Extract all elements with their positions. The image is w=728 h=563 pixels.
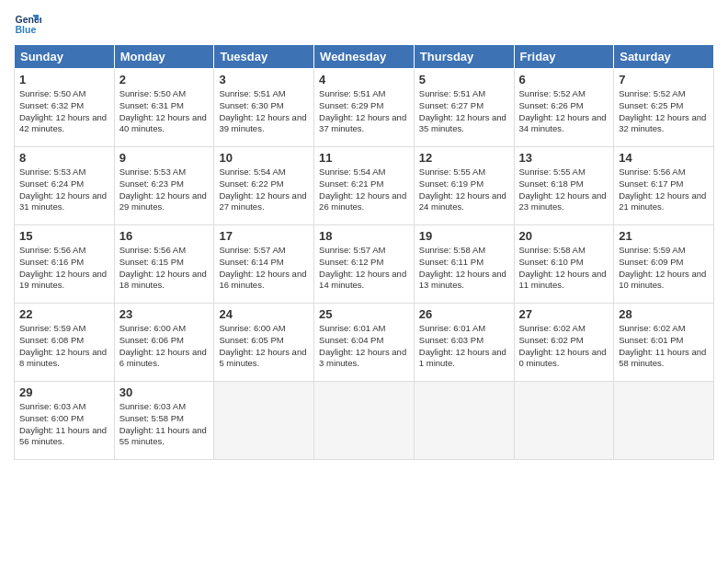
calendar-cell <box>414 382 514 460</box>
calendar-cell: 10 Sunrise: 5:54 AMSunset: 6:22 PMDaylig… <box>214 147 314 225</box>
day-info: Sunrise: 5:52 AMSunset: 6:25 PMDaylight:… <box>619 88 709 135</box>
calendar-cell: 5 Sunrise: 5:51 AMSunset: 6:27 PMDayligh… <box>414 69 514 147</box>
calendar-cell <box>514 382 614 460</box>
svg-text:Blue: Blue <box>16 24 37 35</box>
day-info: Sunrise: 6:01 AMSunset: 6:04 PMDaylight:… <box>319 323 409 370</box>
day-number: 12 <box>419 151 509 165</box>
day-number: 22 <box>19 307 109 321</box>
calendar-container: General Blue SundayMondayTuesdayWednesda… <box>0 0 728 469</box>
week-row-4: 22 Sunrise: 5:59 AMSunset: 6:08 PMDaylig… <box>15 304 714 382</box>
day-info: Sunrise: 5:50 AMSunset: 6:32 PMDaylight:… <box>19 88 109 135</box>
calendar-cell <box>214 382 314 460</box>
day-number: 30 <box>119 385 210 399</box>
calendar-cell: 9 Sunrise: 5:53 AMSunset: 6:23 PMDayligh… <box>114 147 214 225</box>
calendar-cell: 21 Sunrise: 5:59 AMSunset: 6:09 PMDaylig… <box>614 225 714 304</box>
day-info: Sunrise: 5:53 AMSunset: 6:24 PMDaylight:… <box>19 167 109 213</box>
day-info: Sunrise: 5:54 AMSunset: 6:22 PMDaylight:… <box>219 167 309 213</box>
calendar-cell: 19 Sunrise: 5:58 AMSunset: 6:11 PMDaylig… <box>414 225 514 304</box>
day-info: Sunrise: 6:03 AMSunset: 6:00 PMDaylight:… <box>19 401 109 448</box>
day-number: 24 <box>219 307 309 321</box>
day-headers: SundayMondayTuesdayWednesdayThursdayFrid… <box>15 45 714 69</box>
calendar-cell: 30 Sunrise: 6:03 AMSunset: 5:58 PMDaylig… <box>114 382 214 460</box>
day-number: 10 <box>219 151 309 165</box>
day-number: 14 <box>619 151 709 165</box>
day-info: Sunrise: 6:03 AMSunset: 5:58 PMDaylight:… <box>119 401 210 448</box>
calendar-cell: 29 Sunrise: 6:03 AMSunset: 6:00 PMDaylig… <box>15 382 115 460</box>
day-number: 6 <box>519 73 609 86</box>
day-info: Sunrise: 5:56 AMSunset: 6:17 PMDaylight:… <box>619 167 709 213</box>
logo-icon: General Blue <box>14 9 41 37</box>
calendar-cell: 25 Sunrise: 6:01 AMSunset: 6:04 PMDaylig… <box>314 304 415 382</box>
week-row-1: 1 Sunrise: 5:50 AMSunset: 6:32 PMDayligh… <box>15 69 714 147</box>
calendar-cell: 20 Sunrise: 5:58 AMSunset: 6:10 PMDaylig… <box>514 225 614 304</box>
day-number: 7 <box>619 73 709 86</box>
calendar-cell: 26 Sunrise: 6:01 AMSunset: 6:03 PMDaylig… <box>414 304 514 382</box>
day-number: 5 <box>419 73 509 86</box>
calendar-cell: 12 Sunrise: 5:55 AMSunset: 6:19 PMDaylig… <box>414 147 514 225</box>
day-number: 13 <box>519 151 609 165</box>
day-info: Sunrise: 6:02 AMSunset: 6:02 PMDaylight:… <box>519 323 609 370</box>
day-info: Sunrise: 6:00 AMSunset: 6:05 PMDaylight:… <box>219 323 309 370</box>
day-number: 15 <box>19 229 109 243</box>
day-number: 27 <box>519 307 609 321</box>
calendar-cell: 14 Sunrise: 5:56 AMSunset: 6:17 PMDaylig… <box>614 147 714 225</box>
day-info: Sunrise: 5:51 AMSunset: 6:27 PMDaylight:… <box>419 88 509 135</box>
day-info: Sunrise: 5:52 AMSunset: 6:26 PMDaylight:… <box>519 88 609 135</box>
day-info: Sunrise: 5:53 AMSunset: 6:23 PMDaylight:… <box>119 167 210 213</box>
week-row-5: 29 Sunrise: 6:03 AMSunset: 6:00 PMDaylig… <box>15 382 714 460</box>
calendar-cell: 17 Sunrise: 5:57 AMSunset: 6:14 PMDaylig… <box>214 225 314 304</box>
day-number: 19 <box>419 229 509 243</box>
calendar-cell: 13 Sunrise: 5:55 AMSunset: 6:18 PMDaylig… <box>514 147 614 225</box>
day-info: Sunrise: 5:54 AMSunset: 6:21 PMDaylight:… <box>319 167 409 213</box>
day-info: Sunrise: 5:50 AMSunset: 6:31 PMDaylight:… <box>119 88 210 135</box>
day-info: Sunrise: 5:57 AMSunset: 6:12 PMDaylight:… <box>319 245 409 292</box>
day-number: 3 <box>219 73 309 86</box>
calendar-cell: 28 Sunrise: 6:02 AMSunset: 6:01 PMDaylig… <box>614 304 714 382</box>
calendar-cell: 18 Sunrise: 5:57 AMSunset: 6:12 PMDaylig… <box>314 225 415 304</box>
day-number: 16 <box>119 229 210 243</box>
day-number: 1 <box>19 73 109 86</box>
calendar-cell: 2 Sunrise: 5:50 AMSunset: 6:31 PMDayligh… <box>114 69 214 147</box>
calendar-cell: 3 Sunrise: 5:51 AMSunset: 6:30 PMDayligh… <box>214 69 314 147</box>
day-number: 23 <box>119 307 210 321</box>
day-info: Sunrise: 5:58 AMSunset: 6:11 PMDaylight:… <box>419 245 509 292</box>
calendar-cell: 22 Sunrise: 5:59 AMSunset: 6:08 PMDaylig… <box>15 304 115 382</box>
calendar-cell: 15 Sunrise: 5:56 AMSunset: 6:16 PMDaylig… <box>15 225 115 304</box>
calendar-cell: 27 Sunrise: 6:02 AMSunset: 6:02 PMDaylig… <box>514 304 614 382</box>
day-info: Sunrise: 5:59 AMSunset: 6:08 PMDaylight:… <box>19 323 109 370</box>
day-number: 17 <box>219 229 309 243</box>
day-info: Sunrise: 5:51 AMSunset: 6:29 PMDaylight:… <box>319 88 409 135</box>
day-number: 2 <box>119 73 210 86</box>
day-header-tuesday: Tuesday <box>214 45 314 69</box>
day-number: 25 <box>319 307 409 321</box>
day-info: Sunrise: 5:58 AMSunset: 6:10 PMDaylight:… <box>519 245 609 292</box>
calendar-table: SundayMondayTuesdayWednesdayThursdayFrid… <box>14 44 714 460</box>
day-header-sunday: Sunday <box>15 45 115 69</box>
day-number: 9 <box>119 151 210 165</box>
day-header-thursday: Thursday <box>414 45 514 69</box>
day-number: 21 <box>619 229 709 243</box>
calendar-cell: 4 Sunrise: 5:51 AMSunset: 6:29 PMDayligh… <box>314 69 415 147</box>
logo: General Blue <box>14 9 45 37</box>
calendar-cell: 23 Sunrise: 6:00 AMSunset: 6:06 PMDaylig… <box>114 304 214 382</box>
day-number: 26 <box>419 307 509 321</box>
day-header-friday: Friday <box>514 45 614 69</box>
day-info: Sunrise: 5:56 AMSunset: 6:16 PMDaylight:… <box>19 245 109 292</box>
calendar-cell: 11 Sunrise: 5:54 AMSunset: 6:21 PMDaylig… <box>314 147 415 225</box>
header: General Blue <box>14 9 714 37</box>
day-number: 28 <box>619 307 709 321</box>
calendar-cell: 24 Sunrise: 6:00 AMSunset: 6:05 PMDaylig… <box>214 304 314 382</box>
day-number: 20 <box>519 229 609 243</box>
day-number: 4 <box>319 73 409 86</box>
day-number: 11 <box>319 151 409 165</box>
day-number: 29 <box>19 385 109 399</box>
day-header-saturday: Saturday <box>614 45 714 69</box>
day-info: Sunrise: 5:51 AMSunset: 6:30 PMDaylight:… <box>219 88 309 135</box>
day-info: Sunrise: 6:00 AMSunset: 6:06 PMDaylight:… <box>119 323 210 370</box>
calendar-cell: 8 Sunrise: 5:53 AMSunset: 6:24 PMDayligh… <box>15 147 115 225</box>
day-header-monday: Monday <box>114 45 214 69</box>
calendar-cell <box>314 382 415 460</box>
day-number: 18 <box>319 229 409 243</box>
day-info: Sunrise: 6:01 AMSunset: 6:03 PMDaylight:… <box>419 323 509 370</box>
day-info: Sunrise: 6:02 AMSunset: 6:01 PMDaylight:… <box>619 323 709 370</box>
